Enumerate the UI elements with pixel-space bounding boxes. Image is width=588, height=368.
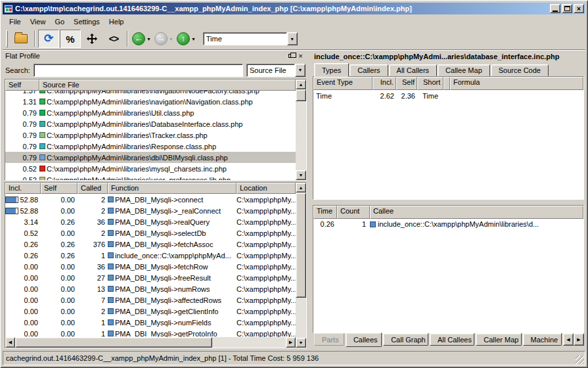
tab-types[interactable]: Types (314, 63, 349, 77)
back-dropdown-icon[interactable]: ▼ (147, 37, 151, 41)
source-row[interactable]: 0.79C:\xampp\phpMyAdmin\libraries\Databa… (5, 118, 296, 129)
column-header-event-type[interactable]: Event Type (313, 77, 373, 90)
menu-view[interactable]: View (26, 16, 51, 27)
function-row[interactable]: 0.000.0013PMA_DBI_Mysqli->numRowsC:\xamp… (5, 283, 296, 294)
column-header-location[interactable]: Location (237, 183, 296, 194)
event-type-combo-dropdown[interactable]: ▼ (287, 32, 298, 45)
tab-caller-map[interactable]: Caller Map (476, 333, 521, 346)
close-button[interactable]: × (574, 4, 584, 13)
source-row[interactable]: 0.52C:\xampp\phpMyAdmin\libraries\user_p… (5, 174, 296, 180)
scroll-up-icon[interactable]: ▲ (296, 183, 306, 193)
function-row[interactable]: 3.140.2636PMA_DBI_Mysqli->realQueryC:\xa… (5, 216, 296, 227)
tab-call-graph[interactable]: Call Graph (383, 333, 428, 346)
search-input[interactable] (34, 64, 243, 77)
scrollbar-track[interactable] (296, 298, 306, 338)
menu-file[interactable]: File (5, 16, 26, 27)
dock-close-button[interactable]: × (296, 52, 305, 60)
scroll-up-icon[interactable]: ▲ (296, 80, 306, 89)
function-row[interactable]: 0.000.001PMA_DBI_Mysqli->numFieldsC:\xam… (5, 317, 296, 328)
source-row[interactable]: 0.79C:\xampp\phpMyAdmin\libraries\Util.c… (5, 107, 296, 118)
source-row[interactable]: 0.79C:\xampp\phpMyAdmin\libraries\Respon… (5, 141, 296, 152)
scroll-down-icon[interactable]: ▼ (296, 338, 306, 348)
menu-settings[interactable]: Settings (69, 16, 104, 27)
column-header-function[interactable]: Function (108, 183, 237, 194)
column-header-self[interactable]: Self (396, 77, 417, 90)
tab-source-code[interactable]: Source Code (491, 64, 549, 76)
source-row[interactable]: 0.52C:\xampp\phpMyAdmin\libraries\mysql_… (5, 163, 296, 174)
function-row[interactable]: 0.520.002PMA_DBI_Mysqli->selectDbC:\xamp… (5, 227, 296, 239)
up-button[interactable]: ↑ ▼ (175, 30, 197, 48)
relative-percent-button[interactable]: % (60, 30, 81, 48)
event-type-row[interactable]: Time 2.62 2.36 Time (313, 90, 583, 101)
source-row-selected[interactable]: 0.79C:\xampp\phpMyAdmin\libraries\dbi\DB… (5, 152, 296, 163)
function-row[interactable]: 52.880.002PMA_DBI_Mysqli->_realConnectC:… (5, 205, 296, 216)
function-row[interactable]: 0.000.002PMA_DBI_Mysqli->getClientInfoC:… (5, 306, 296, 317)
back-button[interactable]: ← ▼ (131, 30, 152, 48)
scroll-right-icon[interactable]: ▶ (286, 337, 296, 348)
toolbar-grip[interactable] (6, 30, 8, 47)
column-header-time[interactable]: Time (313, 206, 337, 219)
function-icon (108, 308, 114, 314)
dock-float-button[interactable] (286, 52, 296, 60)
column-header-source-file[interactable]: Source File (39, 80, 296, 91)
group-by-combo-dropdown[interactable]: ▼ (295, 64, 305, 77)
scroll-left-icon[interactable]: ◀ (5, 337, 15, 348)
up-dropdown-icon[interactable]: ▼ (191, 37, 196, 41)
toolbar: ⟳ % <> ← ▼ → ▼ ↑ ▼ Time ▼ (3, 28, 585, 50)
tab-all-callers[interactable]: All Callers (389, 64, 438, 76)
forward-button[interactable]: → ▼ (153, 30, 175, 48)
source-row[interactable]: 1.31C:\xampp\phpMyAdmin\libraries\naviga… (5, 96, 296, 107)
function-row[interactable]: 0.000.0027PMA_DBI_Mysqli->freeResultC:\x… (5, 272, 296, 283)
scrollbar-thumb[interactable] (296, 193, 306, 298)
relative-to-parent-button[interactable] (81, 30, 102, 48)
column-header-self[interactable]: Self (41, 183, 78, 194)
scrollbar-thumb[interactable] (15, 337, 212, 348)
function-row[interactable]: 0.000.007PMA_DBI_Mysqli->affectedRowsC:\… (5, 294, 296, 306)
function-row[interactable]: 0.000.0036PMA_DBI_Mysqli->fetchRowC:\xam… (5, 261, 296, 272)
group-by-combo[interactable]: Source File ▼ (246, 64, 305, 77)
menu-go[interactable]: Go (50, 16, 69, 27)
app-icon[interactable] (4, 5, 13, 13)
menu-help[interactable]: Help (104, 16, 129, 27)
scroll-down-icon[interactable]: ▼ (296, 170, 306, 180)
title-bar[interactable]: C:\xampp\tmp\cachegrind.out.1416463299-C… (3, 3, 585, 14)
resize-grip[interactable] (576, 356, 584, 364)
source-table-vscrollbar[interactable]: ▲ ▼ (296, 80, 306, 180)
scrollbar-thumb[interactable] (296, 89, 306, 101)
open-file-button[interactable] (11, 30, 32, 48)
event-type-combo[interactable]: Time ▼ (203, 32, 298, 45)
tab-scroll-right-icon[interactable]: ▶ (574, 333, 584, 346)
column-header-formula[interactable]: Formula (450, 77, 583, 90)
column-header-count[interactable]: Count (337, 206, 370, 219)
source-row[interactable]: 1.37C:\xampp\phpMyAdmin\libraries\naviga… (5, 91, 296, 96)
cycle-detection-button[interactable]: ⟳ (38, 30, 59, 48)
group-by-combo-value[interactable]: Source File (246, 64, 295, 77)
function-row[interactable]: 52.880.002PMA_DBI_Mysqli->connectC:\xamp… (5, 194, 296, 205)
flat-profile-header[interactable]: Flat Profile × (3, 51, 307, 61)
source-row[interactable]: 0.79C:\xampp\phpMyAdmin\libraries\Tracke… (5, 129, 296, 141)
column-header-incl[interactable]: Incl. (5, 183, 41, 194)
tab-callers[interactable]: Callers (350, 64, 388, 76)
column-header-short[interactable]: Short (417, 77, 443, 90)
scrollbar-track[interactable] (296, 101, 306, 170)
event-type-combo-value[interactable]: Time (203, 32, 287, 45)
callee-row[interactable]: 0.26 1 include_once::C:\xampp\phpMyAdmin… (313, 219, 583, 229)
function-table-vscrollbar[interactable]: ▲ ▼ (296, 183, 306, 348)
tab-callees[interactable]: Callees (346, 333, 382, 347)
scrollbar-track[interactable] (212, 337, 286, 348)
tab-machine-code[interactable]: Machine (523, 333, 562, 346)
shorten-templates-button[interactable]: <> (103, 30, 124, 48)
function-row[interactable]: 0.260.26376PMA_DBI_Mysqli->fetchAssocC:\… (5, 239, 296, 250)
column-header-incl[interactable]: Incl. (373, 77, 396, 90)
column-header-called[interactable]: Called (78, 183, 108, 194)
function-table-hscrollbar[interactable]: ◀ ▶ (5, 337, 296, 348)
column-header-callee[interactable]: Callee (370, 206, 583, 219)
minimize-button[interactable] (550, 4, 560, 13)
tab-scroll-left-icon[interactable]: ◀ (563, 333, 574, 346)
tab-callee-map[interactable]: Callee Map (438, 64, 490, 76)
function-row[interactable]: 0.000.001PMA_DBI_Mysqli->getProtoInfoC:\… (5, 328, 296, 337)
function-row[interactable]: 0.260.261include_once::C:\xampp\phpMyAd.… (5, 250, 296, 261)
column-header-self[interactable]: Self (5, 80, 39, 91)
maximize-button[interactable] (562, 4, 572, 13)
tab-all-callees[interactable]: All Callees (430, 333, 474, 346)
